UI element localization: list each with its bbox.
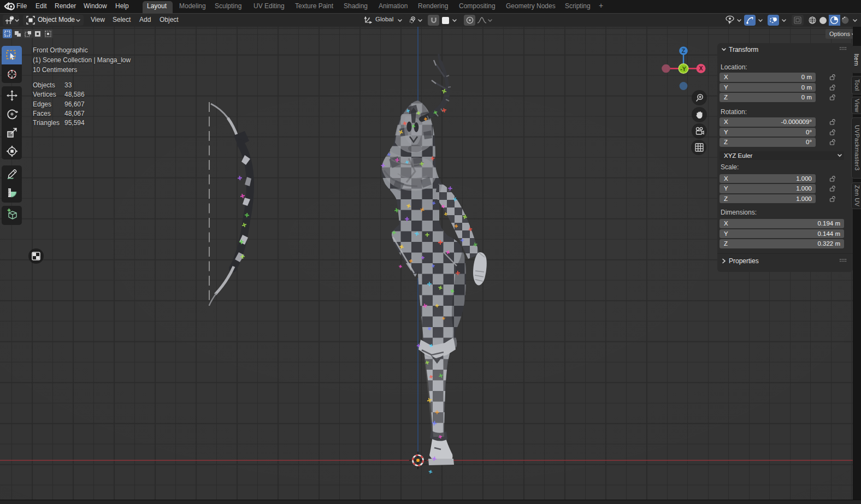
svg-text:Z: Z <box>682 47 686 54</box>
svg-text:X: X <box>699 65 703 72</box>
svg-text:-Y: -Y <box>680 65 686 72</box>
